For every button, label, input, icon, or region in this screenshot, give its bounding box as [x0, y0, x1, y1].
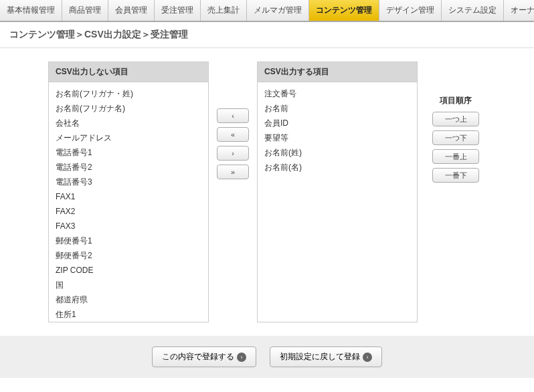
list-item[interactable]: お名前 — [264, 101, 410, 116]
list-item[interactable]: FAX3 — [56, 219, 201, 233]
list-item[interactable]: 会社名 — [56, 116, 201, 130]
list-item[interactable]: 国 — [56, 278, 201, 292]
footer-action-button[interactable]: 初期設定に戻して登録› — [270, 347, 382, 367]
footer-action-button[interactable]: この内容で登録する› — [152, 347, 256, 367]
tab-3[interactable]: 受注管理 — [155, 0, 201, 21]
order-button[interactable]: 一番上 — [432, 149, 479, 164]
button-label: 初期設定に戻して登録 — [280, 351, 360, 363]
move-button[interactable]: › — [217, 146, 249, 161]
order-column: 項目順序 一つ上一つ下一番上一番下 — [426, 62, 486, 187]
list-item[interactable]: お名前(フリガナ名) — [56, 101, 201, 116]
right-panel-header: CSV出力する項目 — [258, 62, 417, 82]
list-item[interactable]: 電話番号2 — [56, 160, 201, 175]
list-item[interactable]: メールアドレス — [56, 130, 201, 145]
list-item[interactable]: 住所1 — [56, 307, 201, 322]
list-item[interactable]: 電話番号3 — [56, 175, 201, 189]
chevron-right-icon: › — [237, 353, 246, 362]
tab-8[interactable]: システム設定 — [442, 0, 504, 21]
order-title: 項目順序 — [426, 95, 486, 106]
list-item[interactable]: ZIP CODE — [56, 263, 201, 278]
tab-0[interactable]: 基本情報管理 — [0, 0, 62, 21]
list-item[interactable]: FAX2 — [56, 204, 201, 219]
button-label: この内容で登録する — [162, 351, 234, 363]
left-panel-header: CSV出力しない項目 — [49, 62, 208, 82]
tab-6[interactable]: コンテンツ管理 — [309, 0, 379, 21]
order-button[interactable]: 一つ下 — [432, 130, 479, 145]
list-item[interactable]: 郵便番号1 — [56, 233, 201, 248]
left-panel: CSV出力しない項目 お名前(フリガナ・姓)お名前(フリガナ名)会社名メールアド… — [48, 62, 209, 322]
tab-5[interactable]: メルマガ管理 — [247, 0, 309, 21]
tab-7[interactable]: デザイン管理 — [379, 0, 442, 21]
breadcrumb: コンテンツ管理＞CSV出力設定＞受注管理 — [0, 22, 534, 48]
left-panel-body: お名前(フリガナ・姓)お名前(フリガナ名)会社名メールアドレス電話番号1電話番号… — [49, 82, 208, 322]
order-button[interactable]: 一番下 — [432, 168, 479, 183]
list-item[interactable]: 電話番号1 — [56, 145, 201, 160]
right-panel: CSV出力する項目 注文番号お名前会員ID要望等お名前(姓)お名前(名) — [257, 62, 418, 322]
chevron-right-icon: › — [363, 353, 372, 362]
list-item[interactable]: お名前(名) — [264, 160, 410, 175]
tab-9[interactable]: オーナーズストア — [504, 0, 534, 21]
main-content: CSV出力しない項目 お名前(フリガナ・姓)お名前(フリガナ名)会社名メールアド… — [0, 48, 534, 329]
order-button[interactable]: 一つ上 — [432, 112, 479, 126]
tab-4[interactable]: 売上集計 — [201, 0, 247, 21]
list-item[interactable]: 都道府県 — [56, 292, 201, 307]
list-item[interactable]: 郵便番号2 — [56, 248, 201, 263]
list-item[interactable]: お名前(フリガナ・姓) — [56, 86, 201, 101]
list-item[interactable]: FAX1 — [56, 189, 201, 204]
move-button[interactable]: ‹ — [217, 108, 249, 123]
list-item[interactable]: 会員ID — [264, 116, 410, 130]
list-item[interactable]: 要望等 — [264, 130, 410, 145]
tab-2[interactable]: 会員管理 — [108, 0, 155, 21]
right-panel-body: 注文番号お名前会員ID要望等お名前(姓)お名前(名) — [258, 82, 417, 322]
move-button[interactable]: » — [217, 165, 249, 179]
tab-1[interactable]: 商品管理 — [62, 0, 108, 21]
tab-bar: 基本情報管理商品管理会員管理受注管理売上集計メルマガ管理コンテンツ管理デザイン管… — [0, 0, 534, 22]
move-button[interactable]: « — [217, 127, 249, 142]
move-buttons-column: ‹«›» — [217, 62, 249, 179]
list-item[interactable]: お名前(姓) — [264, 145, 410, 160]
list-item[interactable]: 注文番号 — [264, 86, 410, 101]
footer-bar: この内容で登録する›初期設定に戻して登録› — [0, 336, 534, 378]
